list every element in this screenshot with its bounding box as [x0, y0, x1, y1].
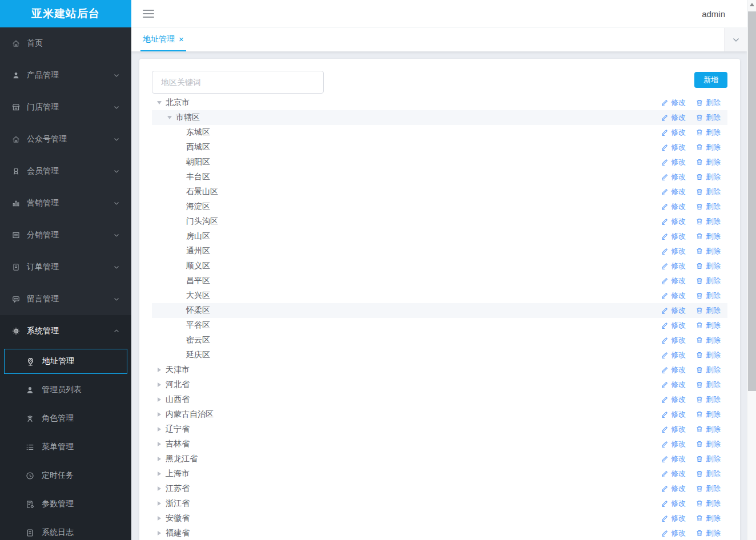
sidebar-item-distribution[interactable]: 分销管理	[0, 219, 131, 251]
delete-link[interactable]: 删除	[695, 424, 721, 434]
delete-link[interactable]: 删除	[695, 439, 721, 449]
delete-link[interactable]: 删除	[695, 216, 721, 227]
expand-open-icon[interactable]	[155, 101, 163, 104]
tree-row[interactable]: 密云区 修改 删除	[152, 333, 727, 348]
sidebar-subitem-roles[interactable]: 角色管理	[0, 404, 131, 433]
tabbar-collapse-button[interactable]	[724, 28, 747, 51]
tree-row[interactable]: 黑龙江省 修改 删除	[152, 452, 727, 466]
tree-row[interactable]: 福建省 修改 删除	[152, 526, 727, 540]
edit-link[interactable]: 修改	[661, 261, 686, 271]
expand-open-icon[interactable]	[166, 116, 174, 119]
edit-link[interactable]: 修改	[661, 483, 686, 494]
hamburger-menu-icon[interactable]	[143, 10, 154, 18]
delete-link[interactable]: 删除	[695, 498, 721, 509]
edit-link[interactable]: 修改	[661, 157, 686, 167]
sidebar-item-marketing[interactable]: 营销管理	[0, 187, 131, 219]
delete-link[interactable]: 删除	[695, 335, 721, 345]
expand-closed-icon[interactable]	[155, 427, 163, 432]
tree-row[interactable]: 延庆区 修改 删除	[152, 348, 727, 362]
sidebar-subitem-params[interactable]: 参数管理	[0, 490, 131, 518]
delete-link[interactable]: 删除	[695, 380, 721, 390]
sidebar-item-products[interactable]: 产品管理	[0, 59, 131, 91]
tree-row[interactable]: 通州区 修改 删除	[152, 244, 727, 259]
add-button[interactable]: 新增	[694, 72, 727, 88]
tree-row[interactable]: 怀柔区 修改 删除	[152, 303, 727, 318]
edit-link[interactable]: 修改	[661, 469, 686, 479]
edit-link[interactable]: 修改	[661, 409, 686, 420]
delete-link[interactable]: 删除	[695, 528, 721, 538]
tree-row[interactable]: 河北省 修改 删除	[152, 377, 727, 392]
edit-link[interactable]: 修改	[661, 276, 686, 286]
sidebar-subitem-cron[interactable]: 定时任务	[0, 461, 131, 490]
delete-link[interactable]: 删除	[695, 127, 721, 138]
edit-link[interactable]: 修改	[661, 498, 686, 509]
edit-link[interactable]: 修改	[661, 98, 686, 108]
delete-link[interactable]: 删除	[695, 365, 721, 375]
tree-row[interactable]: 房山区 修改 删除	[152, 229, 727, 244]
sidebar-item-members[interactable]: 会员管理	[0, 155, 131, 187]
edit-link[interactable]: 修改	[661, 439, 686, 449]
sidebar-item-wechat[interactable]: 公众号管理	[0, 123, 131, 155]
tree-row[interactable]: 丰台区 修改 删除	[152, 170, 727, 184]
sidebar-item-messages[interactable]: 留言管理	[0, 283, 131, 315]
edit-link[interactable]: 修改	[661, 394, 686, 405]
tree-row[interactable]: 安徽省 修改 删除	[152, 511, 727, 526]
tree-row[interactable]: 昌平区 修改 删除	[152, 273, 727, 288]
edit-link[interactable]: 修改	[661, 216, 686, 227]
tree-row[interactable]: 吉林省 修改 删除	[152, 437, 727, 452]
delete-link[interactable]: 删除	[695, 187, 721, 197]
tree-row[interactable]: 门头沟区 修改 删除	[152, 214, 727, 229]
expand-closed-icon[interactable]	[155, 472, 163, 476]
delete-link[interactable]: 删除	[695, 231, 721, 241]
delete-link[interactable]: 删除	[695, 350, 721, 360]
sidebar-item-orders[interactable]: 订单管理	[0, 251, 131, 283]
delete-link[interactable]: 删除	[695, 157, 721, 167]
expand-closed-icon[interactable]	[155, 368, 163, 372]
edit-link[interactable]: 修改	[661, 202, 686, 212]
delete-link[interactable]: 删除	[695, 513, 721, 523]
tree-row[interactable]: 浙江省 修改 删除	[152, 496, 727, 511]
tree-row[interactable]: 顺义区 修改 删除	[152, 259, 727, 273]
tree-row[interactable]: 天津市 修改 删除	[152, 362, 727, 377]
delete-link[interactable]: 删除	[695, 454, 721, 464]
tree-row[interactable]: 大兴区 修改 删除	[152, 288, 727, 303]
expand-closed-icon[interactable]	[155, 442, 163, 446]
edit-link[interactable]: 修改	[661, 142, 686, 152]
delete-link[interactable]: 删除	[695, 261, 721, 271]
tree-row[interactable]: 市辖区 修改 删除	[152, 110, 727, 125]
expand-closed-icon[interactable]	[155, 531, 163, 535]
tree-row[interactable]: 东城区 修改 删除	[152, 125, 727, 140]
expand-closed-icon[interactable]	[155, 412, 163, 417]
search-input[interactable]	[152, 71, 324, 94]
delete-link[interactable]: 删除	[695, 483, 721, 494]
sidebar-subitem-logs[interactable]: 系统日志	[0, 518, 131, 540]
edit-link[interactable]: 修改	[661, 305, 686, 316]
edit-link[interactable]: 修改	[661, 365, 686, 375]
tab-close-icon[interactable]: ×	[179, 35, 184, 43]
edit-link[interactable]: 修改	[661, 231, 686, 241]
tree-row[interactable]: 江苏省 修改 删除	[152, 481, 727, 496]
delete-link[interactable]: 删除	[695, 291, 721, 301]
page-scrollbar[interactable]	[747, 0, 756, 540]
tab-address-management[interactable]: 地址管理 ×	[140, 28, 186, 51]
tree-row[interactable]: 朝阳区 修改 删除	[152, 155, 727, 170]
delete-link[interactable]: 删除	[695, 409, 721, 420]
delete-link[interactable]: 删除	[695, 305, 721, 316]
delete-link[interactable]: 删除	[695, 98, 721, 108]
delete-link[interactable]: 删除	[695, 112, 721, 123]
expand-closed-icon[interactable]	[155, 457, 163, 461]
tree-row[interactable]: 辽宁省 修改 删除	[152, 422, 727, 437]
delete-link[interactable]: 删除	[695, 394, 721, 405]
edit-link[interactable]: 修改	[661, 528, 686, 538]
scroll-up-arrow-icon[interactable]	[750, 3, 754, 6]
user-menu[interactable]: admin	[702, 9, 725, 19]
tree-row[interactable]: 西城区 修改 删除	[152, 140, 727, 155]
edit-link[interactable]: 修改	[661, 320, 686, 331]
expand-closed-icon[interactable]	[155, 501, 163, 506]
edit-link[interactable]: 修改	[661, 335, 686, 345]
sidebar-item-home[interactable]: 首页	[0, 27, 131, 59]
sidebar-subitem-menus[interactable]: 菜单管理	[0, 433, 131, 461]
expand-closed-icon[interactable]	[155, 516, 163, 521]
expand-closed-icon[interactable]	[155, 486, 163, 491]
tree-row[interactable]: 海淀区 修改 删除	[152, 199, 727, 214]
